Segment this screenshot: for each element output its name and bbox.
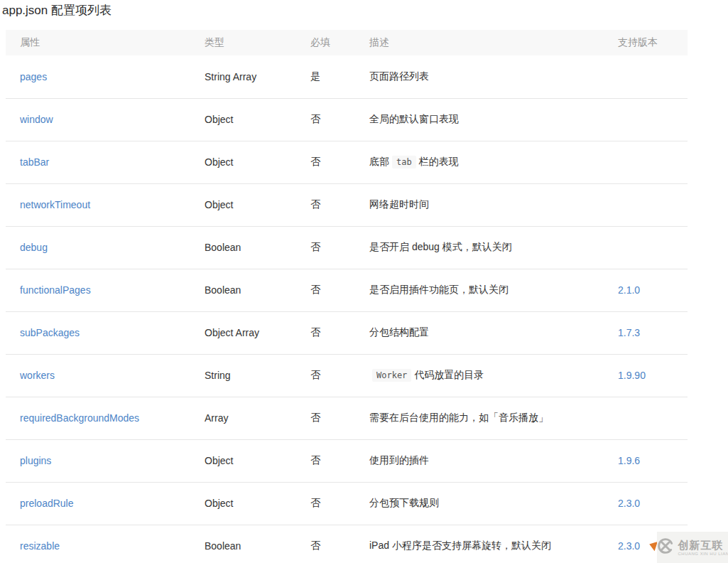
description-cell: 是否启用插件功能页，默认关闭 <box>355 269 604 311</box>
description-cell: 分包预下载规则 <box>355 482 604 525</box>
description-cell: 分包结构配置 <box>355 311 604 354</box>
version-link[interactable]: 1.7.3 <box>618 327 640 338</box>
description-text: 栏的表现 <box>419 156 459 167</box>
property-link[interactable]: networkTimeout <box>20 199 90 210</box>
required-cell: 否 <box>296 354 355 397</box>
required-cell: 否 <box>296 397 355 439</box>
table-body: pages String Array 是 页面路径列表 window Objec… <box>6 55 688 563</box>
type-cell: Object <box>190 141 296 183</box>
required-cell: 否 <box>296 269 355 311</box>
table-row-requiredbackgroundmodes: requiredBackgroundModes Array 否 需要在后台使用的… <box>6 397 688 439</box>
version-link[interactable]: 1.9.90 <box>618 370 646 381</box>
version-link[interactable]: 2.3.0 <box>618 540 640 552</box>
description-cell: 网络超时时间 <box>355 183 604 226</box>
required-cell: 否 <box>296 183 355 226</box>
description-text: 是否开启 debug 模式，默认关闭 <box>369 241 512 252</box>
required-cell: 否 <box>296 482 355 525</box>
property-link[interactable]: workers <box>20 370 55 381</box>
config-table: 属性 类型 必填 描述 支持版本 pages String Array 是 页面… <box>6 30 688 563</box>
table-row-pages: pages String Array 是 页面路径列表 <box>6 55 688 98</box>
description-text: 使用到的插件 <box>369 454 429 466</box>
description-cell: Worker代码放置的目录 <box>355 354 604 397</box>
type-cell: Boolean <box>190 226 296 269</box>
required-cell: 是 <box>296 55 355 98</box>
type-cell: Object Array <box>190 311 296 354</box>
description-cell: 使用到的插件 <box>355 439 604 482</box>
property-link[interactable]: pages <box>20 71 47 82</box>
type-cell: Object <box>190 439 296 482</box>
required-cell: 否 <box>296 439 355 482</box>
description-cell: 全局的默认窗口表现 <box>355 98 604 141</box>
required-cell: 否 <box>296 141 355 183</box>
watermark-subtitle: CHUANG XIN HU LIAN <box>678 552 728 556</box>
description-cell: 是否开启 debug 模式，默认关闭 <box>355 226 604 269</box>
table-row-window: window Object 否 全局的默认窗口表现 <box>6 98 688 141</box>
inline-code: Worker <box>372 369 411 382</box>
description-text: iPad 小程序是否支持屏幕旋转，默认关闭 <box>369 540 551 551</box>
watermark-brand: 创新互联 <box>678 540 728 550</box>
header-version: 支持版本 <box>604 30 688 55</box>
type-cell: Array <box>190 397 296 439</box>
table-row-resizable: resizable Boolean 否 iPad 小程序是否支持屏幕旋转，默认关… <box>6 525 688 563</box>
description-text: 网络超时时间 <box>369 198 429 210</box>
property-link[interactable]: plugins <box>20 455 51 466</box>
table-row-plugins: plugins Object 否 使用到的插件 1.9.6 <box>6 439 688 482</box>
required-cell: 否 <box>296 226 355 269</box>
type-cell: String Array <box>190 55 296 98</box>
inline-code: tab <box>392 156 416 168</box>
property-link[interactable]: tabBar <box>20 156 49 168</box>
watermark: 创新互联 CHUANG XIN HU LIAN <box>657 532 728 563</box>
property-link[interactable]: preloadRule <box>20 498 74 509</box>
description-cell: iPad 小程序是否支持屏幕旋转，默认关闭 <box>355 525 604 563</box>
description-text: 全局的默认窗口表现 <box>369 113 459 124</box>
version-link[interactable]: 1.9.6 <box>618 455 640 466</box>
table-row-tabbar: tabBar Object 否 底部tab栏的表现 <box>6 141 688 183</box>
type-cell: Object <box>190 482 296 525</box>
version-link[interactable]: 2.1.0 <box>618 284 640 296</box>
description-cell: 页面路径列表 <box>355 55 604 98</box>
header-type: 类型 <box>190 30 296 55</box>
table-header: 属性 类型 必填 描述 支持版本 <box>6 30 688 55</box>
property-link[interactable]: debug <box>20 242 48 253</box>
type-cell: Object <box>190 183 296 226</box>
table-row-debug: debug Boolean 否 是否开启 debug 模式，默认关闭 <box>6 226 688 269</box>
table-row-subpackages: subPackages Object Array 否 分包结构配置 1.7.3 <box>6 311 688 354</box>
description-text: 是否启用插件功能页，默认关闭 <box>369 284 509 295</box>
header-required: 必填 <box>296 30 355 55</box>
version-link[interactable]: 2.3.0 <box>618 498 640 509</box>
table-row-networktimeout: networkTimeout Object 否 网络超时时间 <box>6 183 688 226</box>
property-link[interactable]: requiredBackgroundModes <box>20 412 139 424</box>
header-property: 属性 <box>6 30 190 55</box>
type-cell: String <box>190 354 296 397</box>
property-link[interactable]: subPackages <box>20 327 80 338</box>
type-cell: Boolean <box>190 525 296 563</box>
cx-circle-x-icon <box>656 537 675 558</box>
property-link[interactable]: resizable <box>20 540 60 552</box>
description-text: 代码放置的目录 <box>414 369 484 380</box>
description-cell: 底部tab栏的表现 <box>355 141 604 183</box>
table-row-workers: workers String 否 Worker代码放置的目录 1.9.90 <box>6 354 688 397</box>
property-link[interactable]: functionalPages <box>20 284 91 296</box>
description-text: 需要在后台使用的能力，如「音乐播放」 <box>369 412 548 423</box>
table-row-functionalpages: functionalPages Boolean 否 是否启用插件功能页，默认关闭… <box>6 269 688 311</box>
table-row-preloadrule: preloadRule Object 否 分包预下载规则 2.3.0 <box>6 482 688 525</box>
type-cell: Object <box>190 98 296 141</box>
property-link[interactable]: window <box>20 114 53 125</box>
type-cell: Boolean <box>190 269 296 311</box>
description-cell: 需要在后台使用的能力，如「音乐播放」 <box>355 397 604 439</box>
required-cell: 否 <box>296 98 355 141</box>
page-title: app.json 配置项列表 <box>2 3 728 18</box>
required-cell: 否 <box>296 311 355 354</box>
description-text: 页面路径列表 <box>369 70 429 82</box>
description-text: 底部 <box>369 156 389 167</box>
description-text: 分包预下载规则 <box>369 497 439 508</box>
header-description: 描述 <box>355 30 604 55</box>
required-cell: 否 <box>296 525 355 563</box>
description-text: 分包结构配置 <box>369 326 429 338</box>
